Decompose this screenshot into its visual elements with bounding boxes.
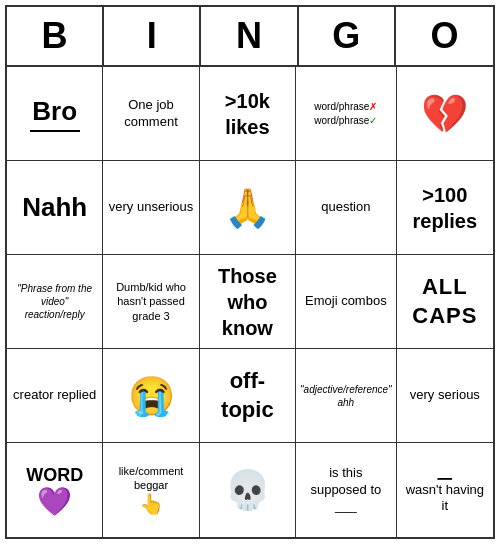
cell-r1c5: 💔 (397, 67, 493, 161)
cell-text: Bro (32, 95, 77, 129)
cell-text: question (321, 199, 370, 216)
cell-text: off-topic (204, 367, 291, 424)
header-g: G (299, 7, 396, 65)
word-phrase-line2: word/phrase✓ (314, 115, 377, 126)
cell-r3c1: "Phrase from the video" reaction/reply (7, 255, 103, 349)
praying-hands-emoji: 🙏 (224, 189, 271, 227)
cell-text: Dumb/kid who hasn't passed grade 3 (107, 280, 194, 323)
crying-emoji: 😭 (128, 377, 175, 415)
cell-r3c2: Dumb/kid who hasn't passed grade 3 (103, 255, 199, 349)
cell-r1c2: One job comment (103, 67, 199, 161)
cell-r2c3: 🙏 (200, 161, 296, 255)
bingo-grid: Bro One job comment >10k likes word/phra… (7, 67, 493, 537)
cell-r2c4: question (296, 161, 397, 255)
cell-text: "Phrase from the video" reaction/reply (11, 282, 98, 321)
cell-r4c5: very serious (397, 349, 493, 443)
header-b: B (7, 7, 104, 65)
cell-r4c4: "adjective/reference" ahh (296, 349, 397, 443)
header-n: N (201, 7, 298, 65)
cell-r5c3: 💀 (200, 443, 296, 537)
cell-r3c5: ALL CAPS (397, 255, 493, 349)
cell-text: Nahh (22, 191, 87, 225)
bingo-header: B I N G O (7, 7, 493, 67)
purple-heart-emoji: 💜 (37, 488, 72, 516)
cell-text: One job comment (107, 97, 194, 131)
cell-text: Those who know (204, 263, 291, 341)
cell-r5c1: WORD 💜 (7, 443, 103, 537)
cell-r4c1: creator replied (7, 349, 103, 443)
cell-text: ALL CAPS (401, 273, 489, 330)
header-i: I (104, 7, 201, 65)
word-phrase: word/phrase✗ word/phrase✓ (314, 100, 377, 128)
cell-r2c2: very unserious (103, 161, 199, 255)
cell-text-main: wasn't having it (401, 482, 489, 516)
cell-r1c4: word/phrase✗ word/phrase✓ (296, 67, 397, 161)
broken-heart-emoji: 💔 (421, 95, 468, 133)
cell-text: Emoji combos (305, 293, 387, 310)
cell-r1c3: >10k likes (200, 67, 296, 161)
cell-r4c3: off-topic (200, 349, 296, 443)
cell-text: very serious (410, 387, 480, 404)
cell-text: like/comment beggar (107, 464, 194, 493)
cell-text-word: WORD (26, 464, 83, 487)
cell-text: creator replied (13, 387, 96, 404)
cell-r2c5: >100 replies (397, 161, 493, 255)
point-up-emoji: 👆 (139, 492, 164, 516)
cell-r5c5: __ wasn't having it (397, 443, 493, 537)
header-o: O (396, 7, 493, 65)
cell-r5c4: is this supposed to ___ (296, 443, 397, 537)
cell-text-pre: __ (438, 465, 452, 482)
cell-text: is this supposed to ___ (300, 465, 392, 516)
cell-text: "adjective/reference" ahh (300, 383, 392, 409)
cell-r3c4: Emoji combos (296, 255, 397, 349)
word-phrase-line1: word/phrase✗ (314, 101, 377, 112)
cell-r2c1: Nahh (7, 161, 103, 255)
cell-r1c1: Bro (7, 67, 103, 161)
cell-text: very unserious (109, 199, 194, 216)
underline-decoration (30, 130, 80, 132)
cell-r3c3: Those who know (200, 255, 296, 349)
skull-emoji: 💀 (224, 471, 271, 509)
cell-text: >10k likes (204, 88, 291, 140)
cell-r4c2: 😭 (103, 349, 199, 443)
bingo-card: B I N G O Bro One job comment >10k likes… (5, 5, 495, 539)
cell-text: >100 replies (401, 182, 489, 234)
cell-r5c2: like/comment beggar 👆 (103, 443, 199, 537)
